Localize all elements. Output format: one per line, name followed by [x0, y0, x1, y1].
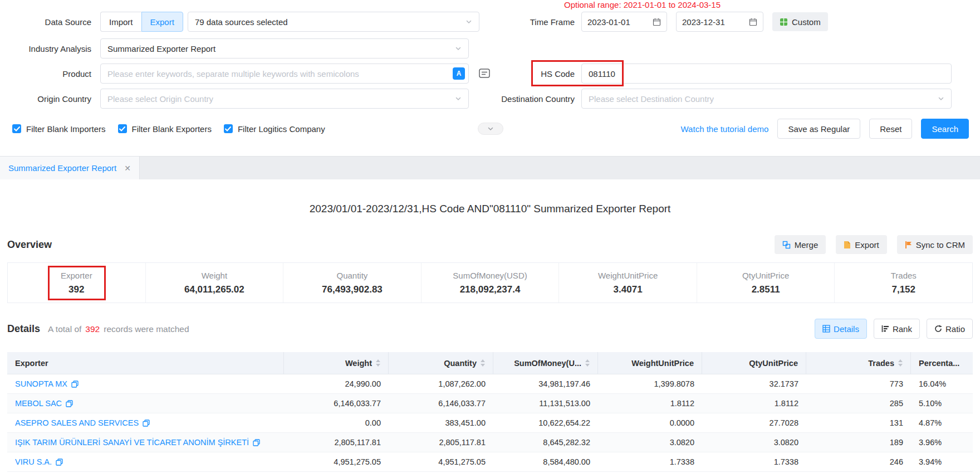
percentage-cell: 16.04%	[911, 379, 973, 388]
overview-toolbar: Merge Export Sync to CRM	[765, 235, 973, 254]
filter-actions: Watch the tutorial demo Save as Regular …	[681, 119, 969, 139]
import-toggle-button[interactable]: Import	[100, 12, 141, 32]
translate-icon[interactable]: A	[453, 67, 465, 80]
qty-unit-price-cell: 1.8112	[702, 399, 806, 408]
quantity-cell: 6,146,033.77	[389, 399, 493, 408]
quantity-cell: 4,951,275.05	[389, 457, 493, 466]
sort-icon[interactable]	[898, 359, 903, 367]
table-row[interactable]: ASEPRO SALES AND SERVICES 0.00 383,451.0…	[7, 413, 973, 433]
checked-checkbox-icon[interactable]	[118, 124, 127, 133]
data-source-label: Data Source	[0, 17, 91, 27]
column-header-exporter[interactable]: Exporter	[7, 352, 284, 374]
start-date-value[interactable]	[587, 17, 645, 27]
tutorial-demo-link[interactable]: Watch the tutorial demo	[681, 124, 769, 134]
percentage-cell: 5.10%	[911, 399, 973, 408]
checkbox-filter-logitics-company[interactable]: Filter Logitics Company	[224, 124, 325, 134]
destination-country-select[interactable]: Please select Destination Country	[581, 89, 952, 109]
column-header-sum-of-money[interactable]: SumOfMoney(U...	[493, 352, 598, 374]
stat-qty-unit-price: QtyUnitPrice 2.8511	[697, 263, 835, 303]
hs-code-input[interactable]	[581, 64, 952, 84]
end-date-input[interactable]	[676, 12, 763, 32]
rank-view-button[interactable]: Rank	[874, 319, 920, 339]
custom-range-button[interactable]: Custom	[772, 12, 828, 31]
overview-heading: Overview	[7, 239, 52, 251]
table-row[interactable]: VIRU S.A. 4,951,275.05 4,951,275.05 8,58…	[7, 452, 973, 472]
column-header-percentage[interactable]: Percenta...	[911, 352, 973, 374]
save-as-regular-button[interactable]: Save as Regular	[777, 119, 860, 139]
column-header-trades[interactable]: Trades	[806, 352, 911, 374]
weight-cell: 24,990.00	[284, 379, 389, 388]
quantity-cell: 1,087,262.00	[389, 379, 493, 388]
exporter-link[interactable]: SUNOPTA MX	[15, 379, 67, 388]
details-view-button[interactable]: Details	[815, 319, 867, 339]
hs-code-label: HS Code	[490, 69, 575, 79]
copy-icon[interactable]	[143, 420, 150, 427]
table-row[interactable]: IŞIK TARIM ÜRÜNLERİ SANAYİ VE TİCARET AN…	[7, 433, 973, 452]
export-label: Export	[855, 240, 879, 250]
weight-cell: 6,146,033.77	[284, 399, 389, 408]
close-icon[interactable]: ✕	[124, 164, 131, 173]
merge-button[interactable]: Merge	[775, 235, 826, 254]
qty-unit-price-cell: 32.1737	[702, 379, 806, 388]
ratio-refresh-icon	[934, 325, 945, 333]
sync-to-crm-label: Sync to CRM	[916, 240, 965, 250]
export-toggle-button[interactable]: Export	[141, 12, 183, 32]
table-row[interactable]: MEBOL SAC 6,146,033.77 6,146,033.77 11,1…	[7, 394, 973, 413]
copy-icon[interactable]	[253, 439, 260, 446]
sum-of-money-cell: 8,645,282.32	[493, 438, 598, 447]
trades-cell: 246	[806, 457, 911, 466]
sort-icon[interactable]	[585, 359, 590, 367]
details-heading: Details	[7, 323, 40, 335]
export-button[interactable]: Export	[836, 235, 886, 254]
report-title: 2023/01/01-2023/12/31,HS Code AND"081110…	[0, 203, 980, 215]
industry-analysis-select[interactable]: Summarized Exporter Report	[100, 38, 469, 58]
checkbox-label: Filter Blank Exporters	[132, 124, 212, 134]
copy-icon[interactable]	[71, 381, 79, 388]
ratio-view-button[interactable]: Ratio	[927, 319, 973, 339]
trades-cell: 189	[806, 438, 911, 447]
sum-of-money-cell: 34,981,197.46	[493, 379, 598, 388]
table-row[interactable]: SUNOPTA MX 24,990.00 1,087,262.00 34,981…	[7, 374, 973, 394]
tab-summarized-exporter-report[interactable]: Summarized Exporter Report ✕	[0, 157, 140, 179]
exporter-link[interactable]: ASEPRO SALES AND SERVICES	[15, 418, 139, 427]
sum-of-money-cell: 8,584,480.00	[493, 457, 598, 466]
sort-icon[interactable]	[376, 359, 380, 367]
column-header-weight-unit-price[interactable]: WeightUnitPrice	[598, 352, 702, 374]
search-button[interactable]: Search	[921, 119, 969, 139]
copy-icon[interactable]	[66, 400, 73, 407]
industry-analysis-value: Summarized Exporter Report	[107, 44, 215, 53]
origin-country-label: Origin Country	[0, 94, 91, 104]
checked-checkbox-icon[interactable]	[224, 124, 233, 133]
stat-weight-unit-price: WeightUnitPrice 3.4071	[559, 263, 697, 303]
checked-checkbox-icon[interactable]	[12, 124, 21, 133]
sum-of-money-cell: 11,131,513.00	[493, 399, 598, 408]
export-file-icon	[844, 241, 855, 249]
end-date-value[interactable]	[682, 17, 740, 27]
chevron-down-icon	[465, 18, 472, 25]
column-header-qty-unit-price[interactable]: QtyUnitPrice	[702, 352, 806, 374]
checkbox-label: Filter Blank Importers	[26, 124, 106, 134]
rank-bars-icon	[881, 325, 893, 333]
collapse-filters-button[interactable]	[478, 123, 503, 135]
weight-cell: 0.00	[284, 418, 389, 427]
product-keywords-input[interactable]	[100, 64, 469, 84]
start-date-input[interactable]	[581, 12, 667, 32]
column-header-weight[interactable]: Weight	[284, 352, 389, 374]
checkbox-filter-blank-exporters[interactable]: Filter Blank Exporters	[118, 124, 212, 134]
exporter-link[interactable]: VIRU S.A.	[15, 457, 52, 466]
calendar-icon[interactable]	[749, 18, 757, 26]
sync-to-crm-button[interactable]: Sync to CRM	[897, 235, 973, 254]
calendar-icon[interactable]	[653, 18, 661, 26]
data-source-select[interactable]: 79 data sources selected	[188, 12, 479, 32]
destination-country-placeholder: Please select Destination Country	[589, 94, 714, 104]
remark-icon[interactable]	[478, 67, 491, 80]
reset-button[interactable]: Reset	[869, 119, 912, 139]
checkbox-filter-blank-importers[interactable]: Filter Blank Importers	[12, 124, 106, 134]
sort-icon[interactable]	[481, 359, 485, 367]
origin-country-select[interactable]: Please select Origin Country	[100, 89, 469, 109]
exporter-link[interactable]: MEBOL SAC	[15, 399, 62, 408]
exporter-link[interactable]: IŞIK TARIM ÜRÜNLERİ SANAYİ VE TİCARET AN…	[15, 438, 249, 447]
column-header-quantity[interactable]: Quantity	[389, 352, 493, 374]
copy-icon[interactable]	[56, 459, 63, 466]
qty-unit-price-cell: 1.7338	[702, 457, 806, 466]
